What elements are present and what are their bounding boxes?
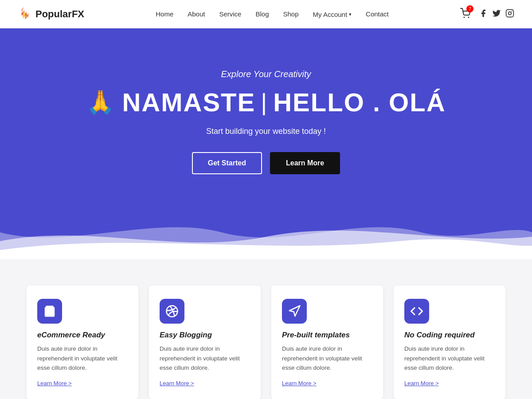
ecommerce-link[interactable]: Learn More > xyxy=(37,380,72,387)
nocoding-title: No Coding required xyxy=(404,331,495,340)
navbar-right: 7 xyxy=(460,8,514,20)
cart-badge: 7 xyxy=(466,5,473,12)
twitter-icon[interactable] xyxy=(492,9,501,20)
svg-point-1 xyxy=(468,17,469,18)
blogging-link[interactable]: Learn More > xyxy=(160,380,194,387)
ecommerce-title: eCommerce Ready xyxy=(37,331,128,340)
instagram-icon[interactable] xyxy=(505,9,514,20)
feature-card-templates: Pre-built templates Duis aute irure dolo… xyxy=(271,286,383,399)
hero-subtitle: Explore Your Creativity xyxy=(221,69,311,79)
nav-item-about[interactable]: About xyxy=(188,10,205,18)
namaste-emoji: 🙏 xyxy=(86,89,116,116)
hero-title: 🙏 NAMASTE | HELLO . OLÁ xyxy=(86,87,446,117)
hero-buttons: Get Started Learn More xyxy=(192,152,340,174)
svg-point-0 xyxy=(464,17,465,18)
code-feature-icon xyxy=(410,305,423,318)
nocoding-desc: Duis aute irure dolor in reprehenderit i… xyxy=(404,344,495,373)
megaphone-feature-icon xyxy=(288,305,301,318)
blog-feature-icon xyxy=(165,305,179,318)
hero-title-namaste: NAMASTE xyxy=(122,87,255,117)
hero-section: Explore Your Creativity 🙏 NAMASTE | HELL… xyxy=(0,28,532,259)
nav-item-contact[interactable]: Contact xyxy=(366,10,389,18)
social-icons xyxy=(479,9,514,20)
templates-desc: Duis aute irure dolor in reprehenderit i… xyxy=(282,344,372,373)
feature-card-blogging: Easy Blogging Duis aute irure dolor in r… xyxy=(149,286,261,399)
get-started-button[interactable]: Get Started xyxy=(192,152,262,174)
wave-decoration xyxy=(0,206,532,259)
hero-title-separator: | xyxy=(261,88,268,116)
cart-button[interactable]: 7 xyxy=(460,8,471,20)
nav-item-service[interactable]: Service xyxy=(219,10,241,18)
nav-item-my-account[interactable]: My Account ▾ xyxy=(313,11,352,18)
brand-logo[interactable]: PopularFX xyxy=(18,7,84,22)
nav-menu: Home About Service Blog Shop My Account … xyxy=(156,10,389,18)
templates-title: Pre-built templates xyxy=(282,331,372,340)
blogging-desc: Duis aute irure dolor in reprehenderit i… xyxy=(160,344,250,373)
features-grid: eCommerce Ready Duis aute irure dolor in… xyxy=(27,286,505,399)
templates-link[interactable]: Learn More > xyxy=(282,380,317,387)
nocoding-icon-box xyxy=(404,299,429,324)
navbar: PopularFX Home About Service Blog Shop M… xyxy=(0,0,532,28)
learn-more-button[interactable]: Learn More xyxy=(270,152,340,174)
cart-feature-icon xyxy=(43,305,56,318)
flame-icon xyxy=(18,7,31,22)
chevron-down-icon: ▾ xyxy=(349,12,352,17)
ecommerce-desc: Duis aute irure dolor in reprehenderit i… xyxy=(37,344,128,373)
blogging-title: Easy Blogging xyxy=(160,331,250,340)
svg-rect-2 xyxy=(506,9,514,17)
facebook-icon[interactable] xyxy=(479,9,488,20)
feature-card-ecommerce: eCommerce Ready Duis aute irure dolor in… xyxy=(27,286,138,399)
hero-title-hello: HELLO . OLÁ xyxy=(273,87,446,117)
brand-name: PopularFX xyxy=(35,8,84,20)
nav-item-home[interactable]: Home xyxy=(156,10,173,18)
features-section: eCommerce Ready Duis aute irure dolor in… xyxy=(0,259,532,399)
feature-card-nocoding: No Coding required Duis aute irure dolor… xyxy=(394,286,505,399)
nav-item-shop[interactable]: Shop xyxy=(283,10,299,18)
nocoding-link[interactable]: Learn More > xyxy=(404,380,439,387)
nav-item-blog[interactable]: Blog xyxy=(255,10,269,18)
ecommerce-icon-box xyxy=(37,299,62,324)
templates-icon-box xyxy=(282,299,307,324)
hero-description: Start building your website today ! xyxy=(206,127,326,136)
blogging-icon-box xyxy=(160,299,184,324)
